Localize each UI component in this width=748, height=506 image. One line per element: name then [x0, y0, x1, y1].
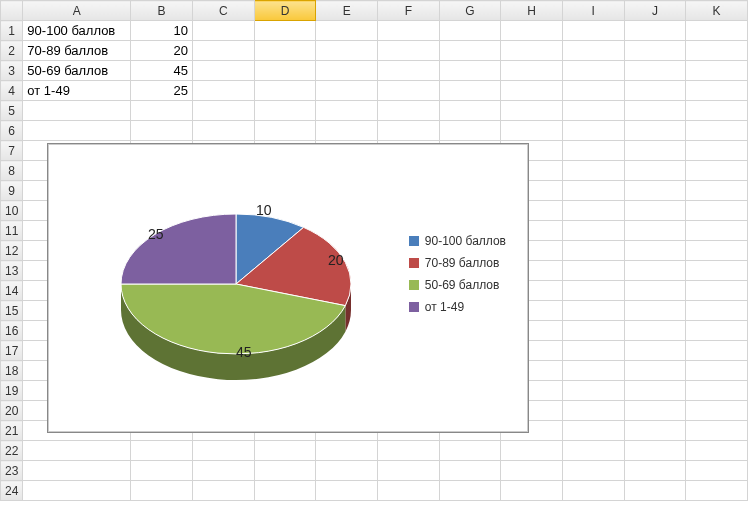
cell-A23[interactable]	[23, 461, 131, 481]
cell-C23[interactable]	[192, 461, 254, 481]
row-header-23[interactable]: 23	[1, 461, 23, 481]
cell-A22[interactable]	[23, 441, 131, 461]
row-header-5[interactable]: 5	[1, 101, 23, 121]
cell-H6[interactable]	[501, 121, 563, 141]
cell-J10[interactable]	[624, 201, 686, 221]
cell-C3[interactable]	[192, 61, 254, 81]
cell-D22[interactable]	[254, 441, 316, 461]
cell-E1[interactable]	[316, 21, 378, 41]
cell-A3[interactable]: 50-69 баллов	[23, 61, 131, 81]
cell-J21[interactable]	[624, 421, 686, 441]
cell-J22[interactable]	[624, 441, 686, 461]
cell-E6[interactable]	[316, 121, 378, 141]
cell-I3[interactable]	[562, 61, 624, 81]
cell-J16[interactable]	[624, 321, 686, 341]
cell-G1[interactable]	[439, 21, 501, 41]
row-header-6[interactable]: 6	[1, 121, 23, 141]
cell-J8[interactable]	[624, 161, 686, 181]
cell-I2[interactable]	[562, 41, 624, 61]
cell-E24[interactable]	[316, 481, 378, 501]
cell-D5[interactable]	[254, 101, 316, 121]
cell-F3[interactable]	[377, 61, 439, 81]
cell-G24[interactable]	[439, 481, 501, 501]
cell-J5[interactable]	[624, 101, 686, 121]
cell-K8[interactable]	[686, 161, 748, 181]
cell-D4[interactable]	[254, 81, 316, 101]
cell-G5[interactable]	[439, 101, 501, 121]
cell-H2[interactable]	[501, 41, 563, 61]
row-header-16[interactable]: 16	[1, 321, 23, 341]
row-header-2[interactable]: 2	[1, 41, 23, 61]
row-header-11[interactable]: 11	[1, 221, 23, 241]
col-header-H[interactable]: H	[501, 1, 563, 21]
cell-K22[interactable]	[686, 441, 748, 461]
cell-K1[interactable]	[686, 21, 748, 41]
cell-H4[interactable]	[501, 81, 563, 101]
cell-K3[interactable]	[686, 61, 748, 81]
cell-F1[interactable]	[377, 21, 439, 41]
cell-K17[interactable]	[686, 341, 748, 361]
cell-K9[interactable]	[686, 181, 748, 201]
cell-C5[interactable]	[192, 101, 254, 121]
cell-K12[interactable]	[686, 241, 748, 261]
cell-D24[interactable]	[254, 481, 316, 501]
cell-K4[interactable]	[686, 81, 748, 101]
cell-G22[interactable]	[439, 441, 501, 461]
cell-J2[interactable]	[624, 41, 686, 61]
row-header-18[interactable]: 18	[1, 361, 23, 381]
cell-K15[interactable]	[686, 301, 748, 321]
cell-J4[interactable]	[624, 81, 686, 101]
cell-K6[interactable]	[686, 121, 748, 141]
cell-K14[interactable]	[686, 281, 748, 301]
cell-K13[interactable]	[686, 261, 748, 281]
cell-I19[interactable]	[562, 381, 624, 401]
col-header-D[interactable]: D	[254, 1, 316, 21]
cell-A5[interactable]	[23, 101, 131, 121]
cell-I8[interactable]	[562, 161, 624, 181]
col-header-E[interactable]: E	[316, 1, 378, 21]
col-header-I[interactable]: I	[562, 1, 624, 21]
cell-B23[interactable]	[131, 461, 193, 481]
cell-E4[interactable]	[316, 81, 378, 101]
cell-J9[interactable]	[624, 181, 686, 201]
cell-J13[interactable]	[624, 261, 686, 281]
cell-K21[interactable]	[686, 421, 748, 441]
cell-I12[interactable]	[562, 241, 624, 261]
cell-J7[interactable]	[624, 141, 686, 161]
cell-I7[interactable]	[562, 141, 624, 161]
cell-G3[interactable]	[439, 61, 501, 81]
cell-B22[interactable]	[131, 441, 193, 461]
cell-F24[interactable]	[377, 481, 439, 501]
row-header-19[interactable]: 19	[1, 381, 23, 401]
col-header-G[interactable]: G	[439, 1, 501, 21]
col-header-F[interactable]: F	[377, 1, 439, 21]
col-header-K[interactable]: K	[686, 1, 748, 21]
cell-J19[interactable]	[624, 381, 686, 401]
cell-I13[interactable]	[562, 261, 624, 281]
cell-F23[interactable]	[377, 461, 439, 481]
cell-I5[interactable]	[562, 101, 624, 121]
row-header-9[interactable]: 9	[1, 181, 23, 201]
cell-J23[interactable]	[624, 461, 686, 481]
cell-H24[interactable]	[501, 481, 563, 501]
cell-B3[interactable]: 45	[131, 61, 193, 81]
col-header-A[interactable]: A	[23, 1, 131, 21]
cell-A1[interactable]: 90-100 баллов	[23, 21, 131, 41]
cell-A2[interactable]: 70-89 баллов	[23, 41, 131, 61]
col-header-J[interactable]: J	[624, 1, 686, 21]
cell-E22[interactable]	[316, 441, 378, 461]
cell-F4[interactable]	[377, 81, 439, 101]
embedded-chart[interactable]: 10204525 90-100 баллов70-89 баллов50-69 …	[47, 143, 529, 433]
cell-C2[interactable]	[192, 41, 254, 61]
select-all-corner[interactable]	[1, 1, 23, 21]
cell-E2[interactable]	[316, 41, 378, 61]
cell-K18[interactable]	[686, 361, 748, 381]
cell-J15[interactable]	[624, 301, 686, 321]
cell-F2[interactable]	[377, 41, 439, 61]
row-header-8[interactable]: 8	[1, 161, 23, 181]
cell-I21[interactable]	[562, 421, 624, 441]
row-header-21[interactable]: 21	[1, 421, 23, 441]
cell-C24[interactable]	[192, 481, 254, 501]
row-header-13[interactable]: 13	[1, 261, 23, 281]
cell-G4[interactable]	[439, 81, 501, 101]
